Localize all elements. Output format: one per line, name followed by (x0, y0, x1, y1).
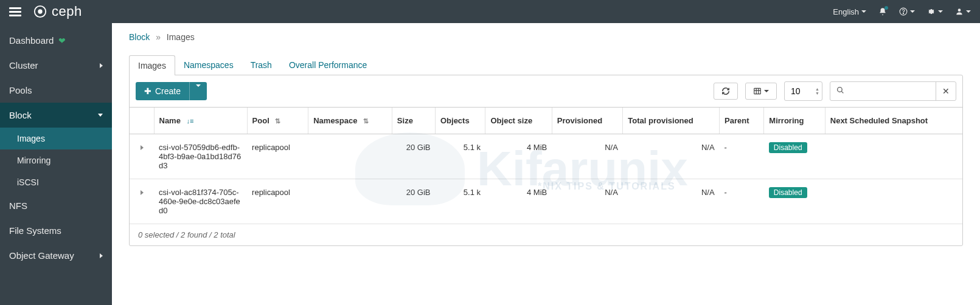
col-objects[interactable]: Objects (435, 108, 485, 134)
chevron-right-icon (141, 145, 144, 150)
cell-total-provisioned: N/A (623, 179, 720, 224)
sidebar-item-object-gateway[interactable]: Object Gateway (0, 243, 112, 268)
caret-down-icon (861, 10, 866, 13)
col-parent-label: Parent (725, 116, 749, 125)
caret-down-icon (966, 10, 971, 13)
tab-images[interactable]: Images (129, 55, 175, 75)
notification-dot-icon (884, 6, 888, 10)
row-expand-toggle[interactable] (130, 179, 154, 224)
create-button[interactable]: ✚ Create (136, 82, 189, 100)
cell-pool: replicapool (247, 179, 308, 224)
caret-down-icon (764, 90, 769, 92)
table-row[interactable]: csi-vol-ac81f374-705c-460e-9e0e-dc8c03ae… (130, 179, 962, 224)
plus-icon: ✚ (144, 86, 151, 96)
cell-total-provisioned: N/A (623, 134, 720, 179)
sidebar-item-nfs[interactable]: NFS (0, 193, 112, 218)
tab-overall-performance[interactable]: Overall Performance (280, 55, 375, 75)
cell-namespace (308, 179, 392, 224)
cell-object-size: 4 MiB (485, 134, 552, 179)
ceph-logo-icon (33, 5, 47, 18)
col-provisioned[interactable]: Provisioned (552, 108, 623, 134)
refresh-icon (721, 87, 730, 95)
cell-size: 20 GiB (392, 179, 435, 224)
sidebar-item-label: Object Gateway (9, 250, 74, 261)
spinner-up-icon[interactable]: ▲ (815, 87, 819, 91)
row-expand-toggle[interactable] (130, 134, 154, 179)
caret-down-icon (938, 10, 943, 13)
sidebar-item-cluster[interactable]: Cluster (0, 53, 112, 78)
col-total-provisioned-label: Total provisioned (628, 116, 693, 125)
search-input[interactable] (850, 86, 936, 96)
create-label: Create (155, 86, 181, 96)
notifications-button[interactable] (878, 7, 887, 16)
sidebar-item-label: Cluster (9, 60, 38, 70)
user-icon (955, 7, 964, 16)
sidebar: Dashboard ❤ Cluster Pools Block Images M… (0, 23, 112, 305)
chevron-right-icon (100, 63, 103, 68)
help-menu[interactable] (899, 7, 915, 16)
sidebar-item-file-systems[interactable]: File Systems (0, 218, 112, 243)
sidebar-item-dashboard[interactable]: Dashboard ❤ (0, 28, 112, 53)
refresh-button[interactable] (714, 83, 738, 100)
sort-icon: ⇅ (363, 117, 369, 125)
col-name-label: Name (159, 116, 181, 125)
language-label: English (833, 7, 859, 16)
breadcrumb-block[interactable]: Block (129, 32, 150, 42)
create-dropdown-toggle[interactable] (189, 82, 207, 100)
tab-namespaces[interactable]: Namespaces (175, 55, 242, 75)
sidebar-item-block[interactable]: Block (0, 103, 112, 128)
cell-name: csi-vol-57059db6-edfb-4bf3-b9ae-0a1bd18d… (154, 134, 247, 179)
sort-icon: ⇅ (275, 117, 280, 125)
cell-provisioned: N/A (552, 134, 623, 179)
settings-menu[interactable] (927, 7, 943, 16)
language-selector[interactable]: English (833, 7, 866, 16)
sidebar-item-iscsi[interactable]: iSCSI (0, 171, 112, 193)
svg-point-4 (958, 9, 961, 12)
col-pool[interactable]: Pool ⇅ (247, 108, 308, 134)
search-clear-button[interactable]: ✕ (936, 82, 956, 100)
col-total-provisioned[interactable]: Total provisioned (623, 108, 720, 134)
col-mirroring[interactable]: Mirroring (764, 108, 825, 134)
search-wrap: ✕ (830, 81, 956, 101)
images-panel: ✚ Create (129, 75, 963, 246)
page-size-field[interactable] (791, 86, 815, 96)
tab-trash[interactable]: Trash (242, 55, 280, 75)
main-content: Kifarunix *NIX TIPS & TUTORIALS Block » … (112, 23, 980, 305)
cell-name: csi-vol-ac81f374-705c-460e-9e0e-dc8c03ae… (154, 179, 247, 224)
svg-rect-5 (754, 88, 761, 94)
col-object-size-label: Object size (490, 116, 532, 125)
col-parent[interactable]: Parent (720, 108, 764, 134)
col-expand (130, 108, 154, 134)
sidebar-item-mirroring[interactable]: Mirroring (0, 149, 112, 171)
col-next-sched[interactable]: Next Scheduled Snapshot (825, 108, 962, 134)
brand-text: ceph (52, 4, 82, 19)
page-size-input[interactable]: ▲ ▼ (784, 81, 822, 101)
menu-toggle[interactable] (9, 7, 21, 16)
col-size[interactable]: Size (392, 108, 435, 134)
col-name[interactable]: Name ↓≡ (154, 108, 247, 134)
svg-point-6 (838, 87, 843, 92)
columns-toggle-button[interactable] (745, 83, 777, 100)
heartbeat-icon: ❤ (58, 36, 66, 46)
sidebar-item-images[interactable]: Images (0, 128, 112, 149)
cell-size: 20 GiB (392, 134, 435, 179)
user-menu[interactable] (955, 7, 971, 16)
sidebar-item-label: Pools (9, 85, 32, 95)
col-object-size[interactable]: Object size (485, 108, 552, 134)
close-icon: ✕ (942, 86, 950, 96)
cell-mirroring: Disabled (764, 134, 825, 179)
svg-point-3 (903, 13, 903, 13)
cell-next-sched (825, 179, 962, 224)
sidebar-item-pools[interactable]: Pools (0, 78, 112, 103)
toolbar: ✚ Create (130, 75, 962, 107)
brand-logo[interactable]: ceph (33, 4, 82, 19)
table-row[interactable]: csi-vol-57059db6-edfb-4bf3-b9ae-0a1bd18d… (130, 134, 962, 179)
table-caption: 0 selected / 2 found / 2 total (130, 224, 962, 245)
spinner-down-icon[interactable]: ▼ (815, 91, 819, 95)
cell-next-sched (825, 134, 962, 179)
caret-down-icon (196, 84, 201, 96)
col-namespace[interactable]: Namespace ⇅ (308, 108, 392, 134)
mirroring-badge: Disabled (769, 187, 807, 198)
gear-icon (927, 7, 936, 16)
col-provisioned-label: Provisioned (557, 116, 602, 125)
